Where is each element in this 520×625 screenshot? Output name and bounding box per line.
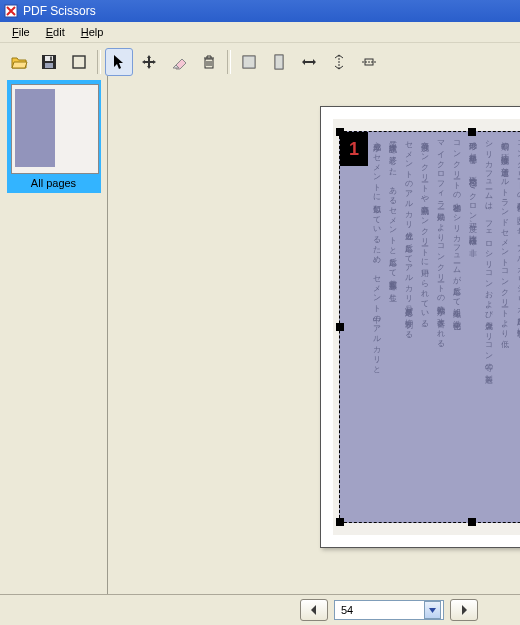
svg-rect-4: [50, 57, 52, 61]
menu-bar: File Edit Help: [0, 22, 520, 43]
page-select[interactable]: 54: [334, 600, 444, 620]
thumbnail-all-pages[interactable]: All pages: [7, 80, 101, 193]
handle-top-mid[interactable]: [468, 128, 476, 136]
toolbar-separator: [227, 50, 231, 74]
sidebar: All pages: [0, 76, 108, 595]
prev-page-button[interactable]: [300, 599, 328, 621]
save-button[interactable]: [35, 48, 63, 76]
pointer-button[interactable]: [105, 48, 133, 76]
window-title: PDF Scissors: [23, 4, 96, 18]
toolbar-separator: [97, 50, 101, 74]
chevron-left-icon: [310, 605, 318, 615]
dropdown-icon[interactable]: [424, 601, 441, 619]
crop-rect-button[interactable]: [65, 48, 93, 76]
handle-top-left[interactable]: [336, 128, 344, 136]
svg-rect-3: [45, 63, 53, 68]
eraser-button[interactable]: [165, 48, 193, 76]
menu-help[interactable]: Help: [73, 24, 112, 40]
nav-bar: 54: [0, 594, 520, 625]
app-icon: [4, 4, 18, 18]
align-vertical-button[interactable]: [325, 48, 353, 76]
title-bar: PDF Scissors: [0, 0, 520, 22]
resize-horizontal-button[interactable]: [295, 48, 323, 76]
svg-rect-10: [275, 55, 283, 69]
chevron-down-icon: [429, 608, 436, 613]
fit-height-button[interactable]: [265, 48, 293, 76]
svg-rect-8: [243, 56, 255, 68]
handle-bottom-left[interactable]: [336, 518, 344, 526]
crop-selection[interactable]: 1: [339, 131, 520, 523]
align-horizontal-button[interactable]: [355, 48, 383, 76]
handle-bottom-mid[interactable]: [468, 518, 476, 526]
page-preview[interactable]: 高炉スラグ微粉末は、溶鉱炉で鉄をつくる際に発生するスラグを 酸化アルミニウム一四…: [320, 106, 520, 548]
thumbnail-image: [11, 84, 99, 174]
thumbnail-label: All pages: [11, 177, 97, 189]
handle-mid-left[interactable]: [336, 323, 344, 331]
next-page-button[interactable]: [450, 599, 478, 621]
open-button[interactable]: [5, 48, 33, 76]
canvas[interactable]: 高炉スラグ微粉末は、溶鉱炉で鉄をつくる際に発生するスラグを 酸化アルミニウム一四…: [108, 76, 520, 595]
page-number-badge: 1: [340, 132, 368, 166]
trash-button[interactable]: [195, 48, 223, 76]
svg-rect-5: [73, 56, 85, 68]
workspace: All pages 高炉スラグ微粉末は、溶鉱炉で鉄をつくる際に発生するスラグを …: [0, 76, 520, 595]
fit-width-button[interactable]: [235, 48, 263, 76]
page-current: 54: [341, 604, 353, 616]
menu-file[interactable]: File: [4, 24, 38, 40]
menu-edit[interactable]: Edit: [38, 24, 73, 40]
move-button[interactable]: [135, 48, 163, 76]
chevron-right-icon: [460, 605, 468, 615]
